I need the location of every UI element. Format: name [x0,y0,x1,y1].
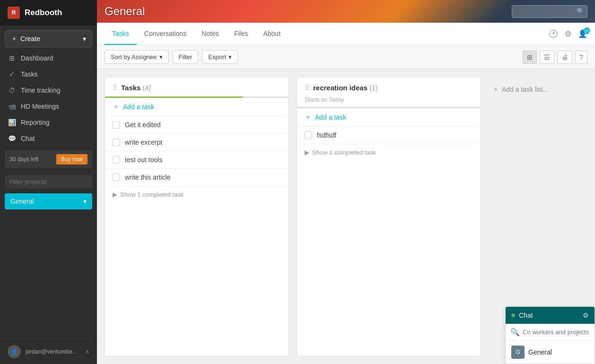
sidebar-item-label: Tasks [21,70,38,78]
expand-icon: ∧ [85,348,89,355]
tab-tasks[interactable]: Tasks [105,23,137,45]
dashboard-icon: ⊞ [8,54,16,62]
sidebar-item-reporting[interactable]: 📊 Reporting [0,114,97,130]
tab-notes[interactable]: Notes [194,23,227,45]
task-label: Get it edited [125,121,161,129]
chat-room-general[interactable]: G General [506,341,595,364]
chevron-down-icon: ▾ [228,53,232,61]
sidebar-item-chat[interactable]: 💬 Chat [0,130,97,147]
add-task-list-button[interactable]: ＋ Add a task list... [489,81,552,97]
app-name: Redbooth [25,8,62,17]
task-row: write this article [105,169,289,186]
task-checkbox[interactable] [305,131,312,139]
header-banner: General 🔍 [97,0,595,23]
sidebar-item-label: Chat [21,135,35,142]
tabs-bar: Tasks Conversations Notes Files About 🕐 … [97,23,595,45]
chat-panel: Chat ⚙ 🔍 G General [505,306,595,364]
create-label: Create [20,35,40,43]
sidebar-header: R Redbooth [0,0,97,26]
list-view-button[interactable]: ☰ [540,51,554,64]
history-icon[interactable]: 🕐 [549,29,558,38]
help-button[interactable]: ? [575,51,587,64]
nav-items: ⊞ Dashboard ✓ Tasks ⏱ Time tracking 📹 HD… [0,50,97,147]
task-row: test out tools [105,151,289,169]
buy-now-button[interactable]: Buy now [56,154,88,165]
chat-title: Chat [519,312,579,319]
header-search-input[interactable] [512,5,587,18]
list-count: (1) [369,84,377,92]
task-list-tasks: ⠿ Tasks (4) ＋ Add a task Get it edited w… [105,77,289,356]
project-item-general[interactable]: General ▾ [5,193,92,209]
user-badge[interactable]: 👤 (1) [578,29,587,38]
chat-room-name: General [528,348,552,356]
sidebar-item-label: Reporting [21,119,50,126]
task-checkbox[interactable] [113,139,120,146]
task-label: test out tools [125,156,162,164]
tab-about[interactable]: About [255,23,288,45]
trial-text: 30 days left [9,156,38,163]
create-button[interactable]: ＋ Create ▾ [5,30,92,47]
project-name: General [10,198,34,205]
export-button[interactable]: Export ▾ [202,50,238,64]
sidebar: R Redbooth ＋ Create ▾ ⊞ Dashboard ✓ Task… [0,0,97,364]
show-completed-button[interactable]: ▶ Show 1 completed task [297,144,481,161]
chat-search-bar: 🔍 [506,324,595,341]
chat-icon: 💬 [8,135,16,142]
chevron-right-icon: ▶ [305,149,309,156]
show-completed-button[interactable]: ▶ Show 1 completed task [105,186,289,203]
task-checkbox[interactable] [113,156,120,164]
sidebar-item-label: HD Meetings [21,103,59,110]
settings-icon[interactable]: ⚙ [565,29,571,38]
chevron-right-icon: ▶ [113,191,117,198]
sidebar-item-time-tracking[interactable]: ⏱ Time tracking [0,82,97,98]
task-row: fsdfsdf [297,127,481,144]
task-row: Get it edited [105,116,289,134]
sidebar-item-dashboard[interactable]: ⊞ Dashboard [0,50,97,66]
tab-icons: 🕐 ⚙ 👤 (1) [549,29,587,38]
task-label: fsdfsdf [317,131,336,139]
task-list-header: ⠿ Tasks (4) [105,77,289,96]
chevron-down-icon: ▾ [83,35,86,43]
avatar: 👤 [8,345,21,358]
search-icon: 🔍 [577,8,585,15]
toolbar: Sort by Assignee ▾ Filter Export ▾ ⊞ ☰ 🖨… [97,45,595,69]
list-title: recreation ideas (1) [313,84,377,92]
tab-files[interactable]: Files [227,23,256,45]
task-label: write excerpt [125,139,162,146]
chevron-down-icon: ▾ [159,53,163,61]
add-task-button[interactable]: ＋ Add a task [297,108,481,127]
task-checkbox[interactable] [113,173,120,181]
print-button[interactable]: 🖨 [557,51,572,64]
sidebar-item-tasks[interactable]: ✓ Tasks [0,66,97,82]
tab-conversations[interactable]: Conversations [137,23,194,45]
chat-header: Chat ⚙ [506,307,595,324]
search-icon: 🔍 [510,328,520,337]
drag-handle-icon: ⠿ [113,84,117,92]
sidebar-item-label: Time tracking [21,87,61,94]
toolbar-right: ⊞ ☰ 🖨 ? [523,51,587,64]
reporting-icon: 📊 [8,119,16,126]
chat-search-input[interactable] [523,329,590,336]
online-status-icon [511,313,515,317]
task-row: write excerpt [105,134,289,151]
user-email: jordan@venturebe... [26,348,77,355]
sort-button[interactable]: Sort by Assignee ▾ [105,50,169,64]
chat-room-icon: G [511,346,525,359]
plus-icon: ＋ [492,85,499,94]
time-tracking-icon: ⏱ [8,87,16,94]
list-count: (4) [143,84,151,92]
task-list-recreation: ⠿ recreation ideas (1) Starts on Today ＋… [297,77,481,356]
grid-view-button[interactable]: ⊞ [523,51,537,64]
add-task-button[interactable]: ＋ Add a task [105,98,289,116]
filter-projects-input[interactable] [5,175,92,189]
list-title: Tasks (4) [121,84,151,92]
filter-button[interactable]: Filter [173,50,199,64]
task-label: write this article [125,173,170,181]
task-list-header: ⠿ recreation ideas (1) [297,77,481,96]
sidebar-item-label: Dashboard [21,54,53,62]
gear-icon[interactable]: ⚙ [583,312,589,319]
sidebar-item-hd-meetings[interactable]: 📹 HD Meetings [0,98,97,114]
page-title: General [105,5,145,18]
task-checkbox[interactable] [113,121,120,129]
list-subtitle: Starts on Today [297,96,481,107]
